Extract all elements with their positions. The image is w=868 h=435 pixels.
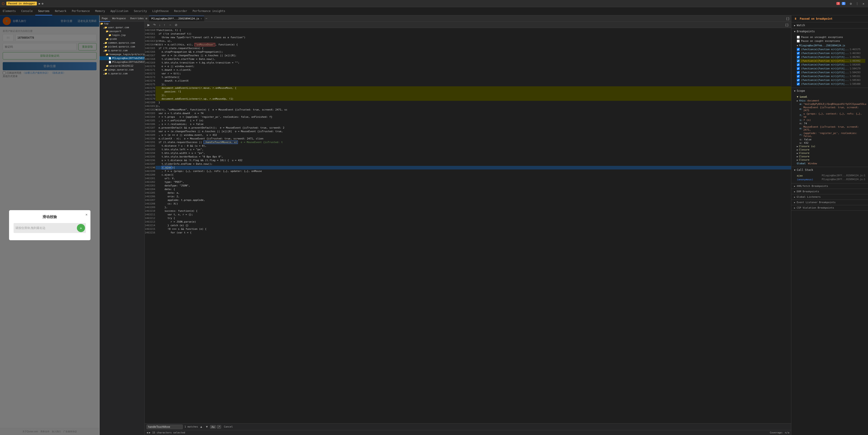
breakpoint-item[interactable]: (function(e){function n(r){if(t[... 1:50… <box>797 78 865 82</box>
tab-elements[interactable]: Elements <box>0 7 19 15</box>
scope-header[interactable]: ▼ Scope <box>792 88 868 94</box>
breakpoint-item[interactable]: (function(e){function n(r){if(t[... 1:50… <box>797 74 865 78</box>
bp-checkbox[interactable] <box>797 82 800 86</box>
search-prev-button[interactable]: ▲ <box>199 425 204 429</box>
tree-item[interactable]: 📁wza/prd/20220112 <box>99 64 145 68</box>
bp-checkbox[interactable] <box>797 56 800 59</box>
pretty-print-button[interactable]: { } <box>784 23 789 27</box>
bp-file-arrow[interactable]: ▼ <box>797 44 798 47</box>
modal-close-button[interactable]: × <box>86 212 88 217</box>
breakpoint-item[interactable]: (function(e){function n(r){if(t[... 1:50… <box>797 82 865 86</box>
scope-val: MouseEvent {isTrusted: true, screenX: 24… <box>803 125 865 131</box>
pause-uncaught-checkbox[interactable] <box>797 36 800 39</box>
more-tabs-icon[interactable]: ⋯ <box>206 17 207 20</box>
tree-item[interactable]: ☁📁picbed.qunarzz.com <box>99 45 145 48</box>
dom-header[interactable]: ▶ DOM Breakpoints <box>792 189 868 194</box>
breakpoint-item[interactable]: (function(e){function n(r){if(t[... 1:48… <box>797 55 865 59</box>
slider-button[interactable]: » <box>77 224 85 232</box>
call-stack-item[interactable]: (anonymous)PCLogin@6ac20ff...015894124.j… <box>797 178 865 181</box>
search-input[interactable] <box>147 425 183 429</box>
workspace-tab[interactable]: Workspace <box>110 15 128 22</box>
active-file-tab[interactable]: PCLogin@6ac20ff...25015894124.js × <box>149 16 204 21</box>
slider-track[interactable]: 请按住滑块,拖到最右边 » <box>13 223 86 233</box>
tree-item[interactable]: 📂top <box>99 22 145 26</box>
pause-icon: ⏸ <box>794 17 797 20</box>
case-sensitive-toggle[interactable]: Aa <box>210 425 216 429</box>
step-out-button[interactable]: ↑ <box>163 23 166 27</box>
tree-item[interactable]: ☁📁common.qunarzz.com <box>99 41 145 45</box>
tree-item[interactable]: ☁📁s.qunarzz.com <box>99 72 145 75</box>
bp-checkbox[interactable] <box>797 48 800 51</box>
closure-item[interactable]: ▶Closure <box>797 158 865 162</box>
tree-item[interactable]: 📁login.jsp <box>99 33 145 37</box>
tree-item[interactable]: 📂passport <box>99 29 145 33</box>
step-over-button[interactable]: ↷ <box>152 23 157 27</box>
tree-item[interactable]: 📄PCLogin@6ac20ffeb25015894 <box>99 60 145 64</box>
overrides-tab[interactable]: Overrides <box>128 15 145 22</box>
breakpoint-item[interactable]: (function(e){function n(r){if(t[... 1:50… <box>797 67 865 70</box>
closure-item[interactable]: ▶Closure <box>797 152 865 155</box>
tab-console[interactable]: Console <box>19 7 35 15</box>
xhr-header[interactable]: ▶ XHR/fetch Breakpoints <box>792 183 868 189</box>
closure-item[interactable]: ▶Closure (u) <box>797 145 865 148</box>
tab-memory[interactable]: Memory <box>92 7 107 15</box>
more-icon[interactable]: ⋮ <box>855 1 860 6</box>
bp-checkbox[interactable] <box>797 67 800 70</box>
tab-security[interactable]: Security <box>131 7 150 15</box>
tree-item[interactable]: ☁📂user.qunar.com <box>99 26 145 29</box>
tab-lighthouse[interactable]: Lighthouse <box>150 7 172 15</box>
breakpoints-header[interactable]: ▼ Breakpoints <box>792 29 868 34</box>
tree-item[interactable]: 📄PCLogin@6ac20ffeb25015894 <box>99 56 145 60</box>
bp-checkbox[interactable] <box>797 60 800 62</box>
breakpoint-item[interactable]: (function(e){function n(r){if(t[... 1:50… <box>797 70 865 74</box>
step-into-button[interactable]: ↓ <box>158 23 161 27</box>
csp-header[interactable]: ▶ CSP Violation Breakpoints <box>792 205 868 210</box>
event-listener-header[interactable]: ▶ Event Listener Breakpoints <box>792 200 868 205</box>
step-button[interactable]: → <box>167 23 173 27</box>
local-label[interactable]: ▼ Local <box>797 95 865 99</box>
bp-checkbox[interactable] <box>797 75 800 78</box>
breakpoint-item[interactable]: (function(e){function n(r){if(t[... 1:46… <box>797 47 865 51</box>
bp-checkbox[interactable] <box>797 63 800 66</box>
tab-sources[interactable]: Sources <box>35 7 52 15</box>
debug-play-icon[interactable]: ▶ <box>39 2 40 5</box>
tab-network[interactable]: Network <box>52 7 69 15</box>
debug-settings-icon[interactable]: ⚙ <box>41 2 43 5</box>
call-stack-header[interactable]: ▼ Call Stack <box>792 167 868 173</box>
regex-toggle[interactable]: .* <box>217 425 221 429</box>
page-tab[interactable]: Page <box>99 15 110 22</box>
tree-item[interactable]: ☁📁qimgs.qunarzz.com <box>99 68 145 72</box>
tree-item[interactable]: 📁qcode <box>99 37 145 41</box>
tab-application[interactable]: Application <box>107 7 131 15</box>
settings-icon[interactable]: ⚙ <box>848 1 854 6</box>
tree-item[interactable]: 📂homepage_login/prd/scripts <box>99 53 145 56</box>
bp-checkbox[interactable] <box>797 79 800 81</box>
tab-performance[interactable]: Performance <box>69 7 92 15</box>
close-icon[interactable]: ✕ <box>861 1 866 6</box>
closure-item[interactable]: ▶Closure <box>797 148 865 152</box>
scope-expand-icon[interactable]: ▶ <box>797 100 798 102</box>
bp-checkbox[interactable] <box>797 52 800 55</box>
watch-header[interactable]: ▶ Watch <box>792 22 868 28</box>
search-next-button[interactable]: ▼ <box>205 425 209 429</box>
tab-recorder[interactable]: Recorder <box>172 7 190 15</box>
tree-item[interactable]: ☁📂q.qunarzz.com <box>99 48 145 53</box>
pause-caught-checkbox[interactable] <box>797 39 800 42</box>
search-cancel-button[interactable]: Cancel <box>224 425 233 428</box>
breakpoint-item[interactable]: (function(e){function n(r){if(t[... 1:46… <box>797 51 865 55</box>
bp-checkbox[interactable] <box>797 71 800 74</box>
global-listeners-header[interactable]: ▶ Global Listeners <box>792 194 868 200</box>
breakpoint-item[interactable]: (function(e){function n(r){if(t[... 1:48… <box>797 59 865 63</box>
tab-performance-insights[interactable]: Performance insights <box>190 7 228 15</box>
resume-button[interactable]: ▶ <box>147 23 151 27</box>
nav-arrow-left[interactable]: ◀ <box>147 431 148 434</box>
format-icon[interactable]: { } <box>785 16 790 21</box>
close-tab-icon[interactable]: × <box>200 18 202 20</box>
deactivate-button[interactable]: ⊘ <box>174 23 178 27</box>
closure-item[interactable]: ▶Closure <box>797 155 865 158</box>
panel-toggle-icon[interactable]: ⊞ <box>146 17 147 20</box>
nav-arrow-right[interactable]: ▶ <box>149 431 151 434</box>
breakpoint-item[interactable]: (function(e){function n(r){if(t[... 1:50… <box>797 63 865 67</box>
code-area[interactable]: 1463160146316114631621463163146316414631… <box>145 28 791 423</box>
call-stack-item[interactable]: ajaxPCLogin@6ac20ff...015894124.js:1 <box>797 174 865 178</box>
